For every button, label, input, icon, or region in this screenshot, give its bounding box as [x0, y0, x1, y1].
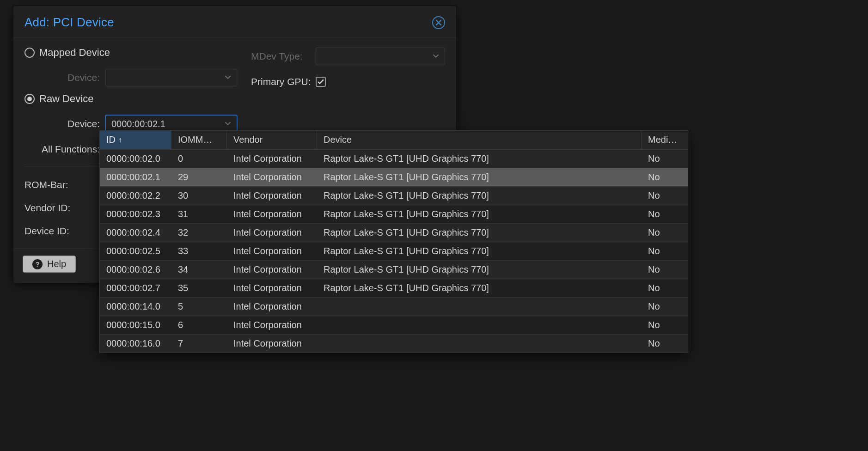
cell-id: 0000:00:02.2: [100, 190, 171, 201]
cell-vendor: Intel Corporation: [227, 320, 317, 330]
close-icon: [435, 19, 442, 26]
radio-icon: [24, 94, 35, 104]
cell-id: 0000:00:02.7: [100, 283, 171, 293]
column-header-id-label: ID: [106, 134, 116, 145]
mapped-device-radio-label: Mapped Device: [39, 47, 110, 59]
cell-media: No: [642, 153, 688, 164]
vendor-id-label: Vendor ID:: [24, 202, 76, 213]
cell-device: Raptor Lake-S GT1 [UHD Graphics 770]: [317, 172, 642, 183]
table-row[interactable]: 0000:00:02.634Intel CorporationRaptor La…: [100, 260, 688, 279]
device-dropdown-panel[interactable]: ID ↑ IOMM… Vendor Device Medi… 0000:00:0…: [99, 130, 688, 353]
table-row[interactable]: 0000:00:02.432Intel CorporationRaptor La…: [100, 223, 688, 242]
cell-vendor: Intel Corporation: [227, 264, 317, 275]
cell-device: Raptor Lake-S GT1 [UHD Graphics 770]: [317, 153, 642, 164]
column-header-vendor-label: Vendor: [233, 134, 263, 145]
cell-vendor: Intel Corporation: [227, 283, 317, 293]
cell-id: 0000:00:16.0: [100, 338, 171, 349]
device-id-label: Device ID:: [24, 226, 75, 237]
cell-id: 0000:00:02.3: [100, 209, 171, 219]
cell-iommu: 6: [171, 320, 227, 330]
primary-gpu-checkbox[interactable]: [316, 77, 326, 87]
mapped-device-select: [105, 69, 237, 86]
cell-id: 0000:00:02.0: [100, 153, 171, 164]
column-header-iommu-label: IOMM…: [178, 134, 212, 145]
radio-icon: [24, 48, 35, 58]
cell-iommu: 32: [171, 227, 227, 238]
mdev-type-label: MDev Type:: [251, 51, 316, 62]
cell-iommu: 29: [171, 172, 227, 183]
primary-gpu-label: Primary GPU:: [251, 76, 316, 87]
table-row[interactable]: 0000:00:02.230Intel CorporationRaptor La…: [100, 186, 688, 205]
column-header-id[interactable]: ID ↑: [100, 131, 171, 149]
cell-device: Raptor Lake-S GT1 [UHD Graphics 770]: [317, 264, 642, 275]
cell-device: Raptor Lake-S GT1 [UHD Graphics 770]: [317, 246, 642, 256]
chevron-down-icon: [225, 74, 231, 82]
cell-device: Raptor Lake-S GT1 [UHD Graphics 770]: [317, 209, 642, 219]
cell-iommu: 31: [171, 209, 227, 219]
help-button[interactable]: ? Help: [23, 256, 76, 273]
mapped-device-field: Device:: [24, 69, 237, 86]
table-row[interactable]: 0000:00:02.533Intel CorporationRaptor La…: [100, 242, 688, 260]
dialog-title: Add: PCI Device: [24, 15, 114, 30]
dialog-header: Add: PCI Device: [13, 6, 456, 37]
table-row[interactable]: 0000:00:02.735Intel CorporationRaptor La…: [100, 279, 688, 297]
rom-bar-label: ROM-Bar:: [24, 179, 74, 190]
raw-device-radio-row[interactable]: Raw Device: [24, 93, 237, 105]
cell-iommu: 35: [171, 283, 227, 293]
column-header-media[interactable]: Medi…: [642, 131, 688, 149]
cell-device: Raptor Lake-S GT1 [UHD Graphics 770]: [317, 227, 642, 238]
cell-id: 0000:00:02.5: [100, 246, 171, 256]
mdev-type-select: [316, 48, 445, 65]
check-icon: [318, 79, 324, 85]
table-row[interactable]: 0000:00:15.06Intel CorporationNo: [100, 316, 688, 334]
chevron-down-icon: [433, 53, 439, 61]
cell-id: 0000:00:02.1: [100, 172, 171, 183]
cell-iommu: 33: [171, 246, 227, 256]
cell-vendor: Intel Corporation: [227, 209, 317, 219]
column-header-vendor[interactable]: Vendor: [227, 131, 317, 149]
cell-media: No: [642, 172, 688, 183]
cell-vendor: Intel Corporation: [227, 301, 317, 312]
cell-vendor: Intel Corporation: [227, 338, 317, 349]
cell-media: No: [642, 264, 688, 275]
cell-iommu: 7: [171, 338, 227, 349]
chevron-down-icon: [225, 120, 231, 128]
cell-media: No: [642, 338, 688, 349]
table-row[interactable]: 0000:00:02.129Intel CorporationRaptor La…: [100, 168, 688, 186]
column-header-iommu[interactable]: IOMM…: [171, 131, 227, 149]
sort-ascending-icon: ↑: [118, 136, 122, 144]
column-header-media-label: Medi…: [648, 134, 677, 145]
cell-iommu: 30: [171, 190, 227, 201]
device-label: Device:: [24, 118, 105, 129]
column-header-device[interactable]: Device: [317, 131, 642, 149]
raw-device-radio-label: Raw Device: [39, 93, 93, 105]
cell-vendor: Intel Corporation: [227, 190, 317, 201]
cell-media: No: [642, 283, 688, 293]
cell-vendor: Intel Corporation: [227, 172, 317, 183]
help-button-label: Help: [47, 259, 66, 269]
table-row[interactable]: 0000:00:14.05Intel CorporationNo: [100, 297, 688, 316]
cell-media: No: [642, 227, 688, 238]
cell-vendor: Intel Corporation: [227, 153, 317, 164]
cell-media: No: [642, 190, 688, 201]
cell-media: No: [642, 209, 688, 219]
cell-media: No: [642, 246, 688, 256]
cell-iommu: 5: [171, 301, 227, 312]
grid-body: 0000:00:02.00Intel CorporationRaptor Lak…: [100, 149, 688, 353]
cell-id: 0000:00:15.0: [100, 320, 171, 330]
cell-iommu: 0: [171, 153, 227, 164]
all-functions-label: All Functions:: [24, 144, 105, 155]
cell-id: 0000:00:14.0: [100, 301, 171, 312]
cell-media: No: [642, 320, 688, 330]
cell-media: No: [642, 301, 688, 312]
cell-id: 0000:00:02.6: [100, 264, 171, 275]
mdev-type-row: MDev Type:: [251, 48, 445, 65]
close-button[interactable]: [432, 16, 445, 29]
table-row[interactable]: 0000:00:02.00Intel CorporationRaptor Lak…: [100, 149, 688, 168]
cell-iommu: 34: [171, 264, 227, 275]
table-row[interactable]: 0000:00:02.331Intel CorporationRaptor La…: [100, 205, 688, 223]
primary-gpu-row: Primary GPU:: [251, 76, 445, 87]
help-icon: ?: [32, 259, 43, 269]
table-row[interactable]: 0000:00:16.07Intel CorporationNo: [100, 334, 688, 353]
mapped-device-radio-row[interactable]: Mapped Device: [24, 47, 237, 59]
